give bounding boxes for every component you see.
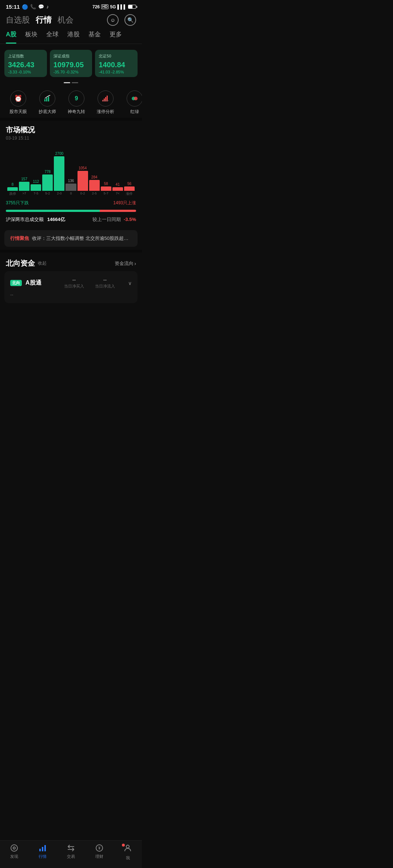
axis-6: 0-2	[78, 192, 88, 196]
axis-2: 7-5	[31, 192, 41, 196]
index-card-beijing50[interactable]: 北证50 1400.84 -41.03 -2.85%	[95, 50, 138, 77]
fund-section: 北向 A股通 -- 当日净买入 -- 当日净流入 ∨ --	[4, 271, 138, 303]
phone-icon: 📞	[30, 4, 36, 9]
bar-6	[78, 171, 88, 191]
shanghai-change: -3.33 -0.10%	[8, 70, 43, 74]
tool-stock-eye[interactable]: ⏰ 股市天眼	[4, 91, 33, 115]
beijing50-title: 北证50	[99, 53, 134, 59]
fund-row-2: --	[10, 292, 132, 297]
search-icon-button[interactable]: 🔍	[124, 14, 136, 26]
updown-red-fill	[100, 210, 136, 212]
news-tag: 行情聚焦	[10, 235, 29, 242]
news-banner[interactable]: 行情聚焦 收评：三大指数小幅调整 北交所逾50股跌超…	[4, 230, 138, 247]
fund-sub-value: --	[10, 292, 13, 297]
bar-count-1: 157	[21, 177, 27, 181]
svg-rect-1	[46, 98, 47, 101]
north-fund-collapse[interactable]: 收起	[38, 260, 47, 266]
bottom-master-icon	[39, 91, 55, 107]
tool-bottom-master[interactable]: 抄底大师	[33, 91, 62, 115]
msg-icon: 💬	[38, 4, 44, 9]
fund-row: 北向 A股通 -- 当日净买入 -- 当日净流入 ∨	[10, 277, 132, 289]
compare-label: 较上一日同期	[92, 217, 121, 222]
index-card-shanghai[interactable]: 上证指数 3426.43 -3.33 -0.10%	[4, 50, 47, 77]
svg-point-9	[134, 97, 138, 100]
news-text: 收评：三大指数小幅调整 北交所逾50股跌超…	[32, 235, 132, 242]
market-datetime: 03-19 15:11	[0, 136, 142, 144]
up-count-label: 1493只上涨	[113, 200, 136, 206]
market-title: 市场概况	[0, 121, 142, 136]
bar-group-1: 157	[19, 177, 29, 191]
status-time: 15:11	[6, 4, 20, 10]
fund-col2-value: --	[95, 277, 115, 283]
fund-badge: 北向	[10, 280, 22, 286]
axis-7: 2-5	[89, 192, 100, 196]
svg-rect-4	[104, 99, 105, 101]
shenzhen-change: -35.70 -0.32%	[53, 70, 89, 74]
sub-tab-more[interactable]: 更多	[110, 30, 122, 41]
beijing50-change: -41.03 -2.85%	[99, 70, 134, 74]
bar-3	[42, 174, 53, 191]
stock-eye-label: 股市天眼	[9, 109, 27, 115]
status-left: 15:11 🔵 📞 💬 ♪	[6, 4, 49, 10]
axis-9: 7<	[112, 192, 123, 196]
sub-tab-sectors[interactable]: 板块	[25, 30, 37, 41]
nine-turn-label: 神奇九转	[68, 109, 85, 115]
bar-count-3: 778	[44, 170, 51, 174]
app-icon: 🔵	[22, 4, 28, 10]
bar-group-5: 136	[66, 179, 76, 191]
fund-cols: -- 当日净买入 -- 当日净流入 ∨	[64, 277, 132, 289]
bar-group-7: 284	[89, 175, 100, 191]
bar-9	[112, 187, 123, 191]
red-green-icon	[127, 91, 142, 107]
face-icon: ☺	[110, 17, 115, 23]
limit-up-analysis-icon	[98, 91, 114, 107]
market-section: 市场概况 03-19 15:11 8 157 112	[0, 121, 142, 227]
compare-row: 较上一日同期 -3.5%	[92, 216, 136, 223]
fund-col1-value: --	[64, 277, 84, 283]
bottom-master-label: 抄底大师	[39, 109, 56, 115]
face-icon-button[interactable]: ☺	[107, 14, 119, 26]
sub-tab-funds[interactable]: 基金	[88, 30, 101, 41]
tool-limit-up-analysis[interactable]: 涨停分析	[91, 91, 120, 115]
header-icons: ☺ 🔍	[107, 14, 136, 26]
index-cards: 上证指数 3426.43 -3.33 -0.10% 深证成指 10979.05 …	[0, 44, 142, 81]
axis-3: 5-2	[42, 192, 53, 196]
sub-tab-global[interactable]: 全球	[46, 30, 59, 41]
tab-opportunity[interactable]: 机会	[57, 15, 74, 25]
sub-tab-a-shares[interactable]: A股	[6, 30, 16, 41]
tab-watchlist[interactable]: 自选股	[6, 15, 30, 25]
header: 自选股 行情 机会 ☺ 🔍	[0, 11, 142, 30]
fund-flow-link[interactable]: 资金流向 ›	[115, 260, 136, 267]
fund-col1-label: 当日净买入	[64, 284, 84, 289]
fund-chevron-down[interactable]: ∨	[128, 280, 132, 286]
bar-10	[124, 186, 135, 191]
news-tag-prefix: 行情	[10, 236, 20, 241]
volume-label: 沪深两市总成交额 14664亿	[6, 216, 65, 223]
bar-group-6: 1054	[78, 166, 88, 191]
bar-count-5: 136	[68, 179, 74, 183]
bar-1	[19, 182, 29, 191]
shanghai-value: 3426.43	[8, 60, 43, 69]
tool-red-green[interactable]: 红绿	[120, 91, 142, 115]
sub-tabs: A股 板块 全球 港股 基金 更多	[0, 30, 142, 44]
bar-group-3: 778	[42, 170, 53, 191]
bar-group-9: 41	[112, 182, 123, 191]
compare-value: -3.5%	[124, 217, 136, 222]
tool-nine-turn[interactable]: 9 神奇九转	[62, 91, 91, 115]
volume-row: 沪深两市总成交额 14664亿 较上一日同期 -3.5%	[0, 214, 142, 227]
sub-tab-hk[interactable]: 港股	[67, 30, 80, 41]
red-green-label: 红绿	[130, 109, 139, 115]
network-label: 5G	[110, 4, 116, 9]
tab-market[interactable]: 行情	[36, 15, 52, 25]
bar-count-6: 1054	[79, 166, 87, 170]
fund-col-2: -- 当日净流入	[95, 277, 115, 289]
status-right: 726 HD 5G ▌▌▌	[92, 4, 136, 9]
bar-group-10: 56	[124, 182, 135, 191]
bar-count-2: 112	[33, 180, 39, 184]
search-icon: 🔍	[127, 17, 134, 23]
index-card-shenzhen[interactable]: 深证成指 10979.05 -35.70 -0.32%	[50, 50, 92, 77]
north-fund-right: 资金流向 ›	[115, 260, 136, 267]
svg-rect-0	[44, 99, 45, 101]
bar-8	[101, 186, 111, 191]
fund-name: A股通	[25, 279, 41, 287]
